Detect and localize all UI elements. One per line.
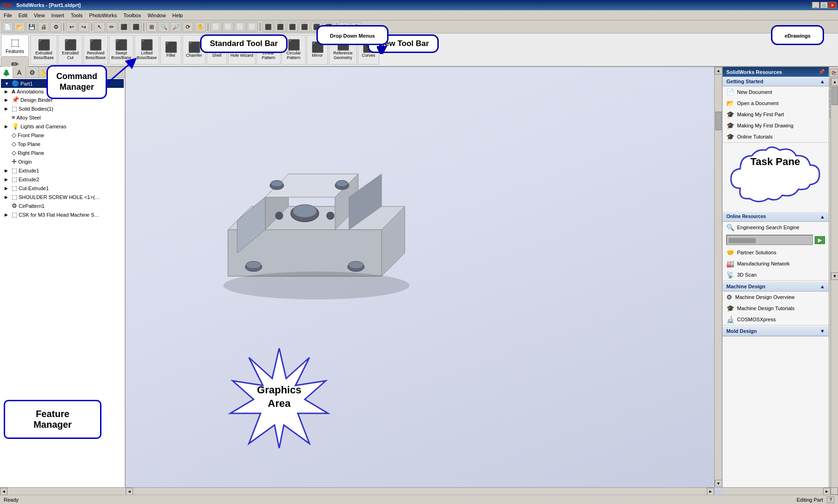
tree-item-top-plane[interactable]: ◇ Top Plane: [1, 139, 124, 148]
undo-btn[interactable]: ↩: [66, 22, 77, 32]
minimize-button[interactable]: _: [812, 2, 819, 8]
tree-item-cut-extrude1[interactable]: ▶ ⬚ Cut-Extrude1: [1, 184, 124, 192]
section-header-getting-started[interactable]: Getting Started ▲: [723, 77, 829, 86]
tree-item-part1[interactable]: ▼ 🔵 Part1: [1, 79, 124, 88]
task-item-online-tutorials[interactable]: 🎓 Online Tutorials: [723, 131, 829, 142]
menu-photoworks[interactable]: PhotoWorks: [87, 12, 120, 19]
tree-item-solid-bodies[interactable]: ▶ ⬚ Solid Bodies(1): [1, 104, 124, 113]
btn-fillet[interactable]: ⬛ Fillet: [160, 35, 181, 65]
display3-btn[interactable]: ⬛: [287, 22, 298, 32]
graphics-vscroll[interactable]: ▲ ▼: [714, 67, 722, 487]
tree-item-extrude2[interactable]: ▶ ⬚ Extrude2: [1, 175, 124, 184]
section-collapse-3[interactable]: ▼: [820, 328, 825, 334]
options-btn[interactable]: ⚙: [50, 22, 61, 32]
menu-window[interactable]: Window: [145, 12, 168, 19]
tree-item-origin[interactable]: ✛ Origin: [1, 157, 124, 166]
btn-extruded-boss[interactable]: ⬛ ExtrudedBoss/Base: [30, 35, 57, 65]
btn-lofted-boss[interactable]: ⬛ LoftedBoss/Base: [134, 35, 159, 65]
menu-tools[interactable]: Tools: [68, 12, 86, 19]
menu-view[interactable]: View: [31, 12, 48, 19]
view3-btn[interactable]: ⬜: [235, 22, 246, 32]
help-button[interactable]: ?: [827, 497, 834, 503]
btn-revolved-boss[interactable]: ⬛ RevolvedBoss/Base: [83, 35, 108, 65]
tab-features[interactable]: ⬚ Features: [1, 34, 29, 56]
btn-swept-boss[interactable]: ⬛ SweptBoss/Base: [109, 35, 134, 65]
task-item-partner-solutions[interactable]: 🤝 Partner Solutions: [723, 247, 829, 258]
menu-edit[interactable]: Edit: [16, 12, 30, 19]
btn-curves[interactable]: ⬛ Curves: [358, 35, 379, 65]
task-item-search-engine[interactable]: 🔍 Engineering Search Engine: [723, 222, 829, 233]
task-item-first-part[interactable]: 🎓 Making My First Part: [723, 109, 829, 120]
view4-btn[interactable]: ⬜: [247, 22, 258, 32]
btn-mirror[interactable]: ⬛ Mirror: [307, 35, 328, 65]
fm-tab-property[interactable]: A: [13, 67, 26, 78]
open-btn[interactable]: 📂: [14, 22, 25, 32]
display4-btn[interactable]: ⬛: [299, 22, 310, 32]
close-button[interactable]: ×: [829, 2, 836, 8]
redo-btn[interactable]: ↪: [78, 22, 89, 32]
btn-linear-pattern[interactable]: ⬛ LinearPattern: [256, 35, 281, 65]
select-btn[interactable]: ↖: [94, 22, 105, 32]
task-item-new-document[interactable]: 📄 New Document: [723, 86, 829, 98]
tree-item-front-plane[interactable]: ◇ Front Plane: [1, 131, 124, 139]
new-btn[interactable]: 📄: [2, 22, 13, 32]
maximize-button[interactable]: □: [820, 2, 828, 8]
section-collapse-2[interactable]: ▲: [820, 284, 825, 289]
view1-btn[interactable]: ⬜: [210, 22, 221, 32]
task-pane-pin[interactable]: 📌: [818, 69, 825, 75]
sketch-btn[interactable]: ✏: [106, 22, 117, 32]
tree-item-extrude1[interactable]: ▶ ⬚ Extrude1: [1, 166, 124, 175]
tp-icon-resources[interactable]: 📚: [830, 69, 838, 77]
task-item-3d-scan[interactable]: 📡 3D Scan: [723, 269, 829, 280]
graphics-hscroll[interactable]: ◄ ►: [126, 487, 714, 495]
display1-btn[interactable]: ⬛: [262, 22, 274, 32]
display6-btn[interactable]: ⬛: [323, 22, 334, 32]
menu-insert[interactable]: Insert: [48, 12, 67, 19]
task-item-machine-overview[interactable]: ⚙ Machine Design Overview: [723, 292, 829, 303]
tree-item-cir-pattern1[interactable]: ⚙ CirPattern1: [1, 201, 124, 210]
zoom-in-btn[interactable]: 🔍: [158, 22, 169, 32]
menu-toolbox[interactable]: Toolbox: [121, 12, 144, 19]
btn-shell[interactable]: ⬛ Shell: [207, 35, 227, 65]
zoom-to-fit-btn[interactable]: ⊞: [146, 22, 157, 32]
menu-file[interactable]: File: [1, 12, 15, 19]
section-header-online-resources[interactable]: Online Resources ▲: [723, 212, 829, 222]
fm-tab-config[interactable]: ⚙: [26, 67, 39, 78]
tree-item-right-plane[interactable]: ◇ Right Plane: [1, 148, 124, 157]
tree-item-design-binder[interactable]: ▶ 📌 Design Binder: [1, 95, 124, 104]
save-btn[interactable]: 💾: [26, 22, 37, 32]
btn-reference-geometry[interactable]: ⬛ ReferenceGeometry: [329, 35, 357, 65]
tree-item-annotations[interactable]: ▶ A Annotations: [1, 88, 124, 95]
menu-help[interactable]: Help: [169, 12, 186, 19]
settings-btn[interactable]: ⚙: [339, 22, 350, 32]
task-item-open-document[interactable]: 📂 Open a Document: [723, 98, 829, 109]
help-btn[interactable]: ?: [351, 22, 362, 32]
extrude-btn[interactable]: ⬛: [130, 22, 141, 32]
search-go-button[interactable]: ▶: [815, 236, 825, 244]
section-collapse-0[interactable]: ▲: [820, 79, 825, 84]
section-header-machine-design[interactable]: Machine Design ▲: [723, 282, 829, 292]
display5-btn[interactable]: ⬛: [311, 22, 322, 32]
task-item-machine-tutorials[interactable]: 🎓 Machine Design Tutorials: [723, 303, 829, 314]
tree-item-alloy-steel[interactable]: ≡ Alloy Steel: [1, 113, 124, 122]
fm-hscroll[interactable]: ◄ ►: [0, 487, 126, 495]
rotate-btn[interactable]: ⟳: [182, 22, 194, 32]
btn-hole-wizard[interactable]: ⬛ Hole Wizard: [228, 35, 255, 65]
smart-dim-btn[interactable]: ⬛: [118, 22, 129, 32]
zoom-out-btn[interactable]: 🔎: [170, 22, 181, 32]
pan-btn[interactable]: ✋: [194, 22, 206, 32]
btn-circular-pattern[interactable]: ⬛ CircularPattern: [282, 35, 306, 65]
tree-item-shoulder-screw[interactable]: ▶ ⬚ SHOULDER SCREW HOLE <1>(…: [1, 192, 124, 201]
section-collapse-1[interactable]: ▲: [820, 214, 825, 219]
task-item-first-drawing[interactable]: 🎓 Making My First Drawing: [723, 120, 829, 131]
graphics-area[interactable]: GraphicsArea ▲ ▼ ◄ ►: [126, 67, 722, 495]
display2-btn[interactable]: ⬛: [275, 22, 286, 32]
task-item-cosmosxpress[interactable]: 🔬 COSMOSXpress: [723, 314, 829, 325]
fm-tab-dim[interactable]: 📐: [39, 67, 52, 78]
section-header-mold-design[interactable]: Mold Design ▼: [723, 326, 829, 336]
tree-item-csk[interactable]: ▶ ⬚ CSK for M3 Flat Head Machine S…: [1, 210, 124, 219]
btn-extruded-cut[interactable]: ⬛ ExtrudedCut: [58, 35, 82, 65]
tree-item-lights-cameras[interactable]: ▶ 💡 Lights and Cameras: [1, 122, 124, 131]
btn-chamfer[interactable]: ⬛ Chamfer: [182, 35, 206, 65]
print-btn[interactable]: 🖨: [38, 22, 49, 32]
